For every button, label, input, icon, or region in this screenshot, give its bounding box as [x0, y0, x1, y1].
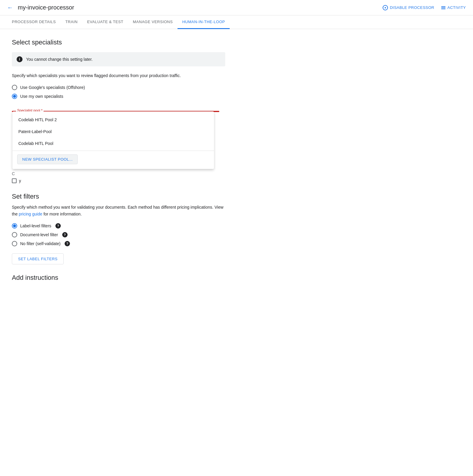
- header-actions: ● DISABLE PROCESSOR ACTIVITY: [383, 5, 466, 10]
- main-content: Select specialists i You cannot change t…: [0, 29, 237, 291]
- partial-checkbox: y: [12, 178, 225, 183]
- tab-human-in-the-loop[interactable]: HUMAN-IN-THE-LOOP: [178, 15, 230, 29]
- checkbox[interactable]: [12, 178, 17, 183]
- radio-google-specialists[interactable]: Use Google's specialists (Offshore): [12, 85, 225, 90]
- disable-processor-button[interactable]: ● DISABLE PROCESSOR: [383, 5, 434, 10]
- info-banner: i You cannot change this setting later.: [12, 52, 225, 66]
- select-specialists-title: Select specialists: [12, 39, 225, 46]
- set-label-filters-button[interactable]: SET LABEL FILTERS: [12, 253, 64, 264]
- pool-option-codelab-2[interactable]: Codelab HITL Pool 2: [12, 114, 214, 126]
- pricing-guide-link[interactable]: pricing guide: [19, 212, 42, 216]
- pool-option-codelab[interactable]: Codelab HITL Pool: [12, 138, 214, 149]
- new-specialist-pool-button[interactable]: NEW SPECIALIST POOL...: [17, 154, 78, 164]
- info-icon: i: [17, 56, 23, 62]
- tab-processor-details[interactable]: PROCESSOR DETAILS: [7, 15, 60, 29]
- set-filters-title: Set filters: [12, 193, 225, 200]
- partially-visible-content: C y: [12, 171, 225, 183]
- set-filters-description: Specify which method you want for valida…: [12, 204, 225, 217]
- activity-icon: [441, 6, 445, 9]
- filter-no-filter[interactable]: No filter (self-validate) ?: [12, 241, 225, 246]
- help-icon-no-filter[interactable]: ?: [65, 241, 70, 246]
- specialist-pool-section: Specialist pool * Codelab HITL Pool 2 Pa…: [12, 106, 225, 183]
- header: ← my-invoice-processor ● DISABLE PROCESS…: [0, 0, 473, 15]
- dropdown-divider: [12, 151, 214, 151]
- specialist-pool-box[interactable]: Specialist pool * Codelab HITL Pool 2 Pa…: [12, 111, 219, 112]
- activity-button[interactable]: ACTIVITY: [441, 5, 466, 10]
- pool-option-patent[interactable]: Patent-Label-Pool: [12, 126, 214, 138]
- specialist-pool-dropdown: Codelab HITL Pool 2 Patent-Label-Pool Co…: [12, 111, 214, 169]
- specialists-radio-group: Use Google's specialists (Offshore) Use …: [12, 85, 225, 99]
- tabs: PROCESSOR DETAILS TRAIN EVALUATE & TEST …: [0, 15, 473, 29]
- help-icon-label-level[interactable]: ?: [55, 223, 61, 229]
- filter-radio-label-level: [12, 223, 17, 229]
- disable-icon: ●: [383, 5, 388, 10]
- specialists-description: Specify which specialists you want to re…: [12, 72, 225, 79]
- help-icon-document-level[interactable]: ?: [62, 232, 68, 237]
- back-icon: ←: [7, 4, 13, 11]
- page-title: my-invoice-processor: [18, 4, 378, 11]
- back-button[interactable]: ←: [7, 4, 13, 11]
- partial-text: C: [12, 171, 225, 176]
- add-instructions-title: Add instructions: [12, 274, 225, 282]
- filter-radio-document-level: [12, 232, 17, 237]
- add-instructions-section: Add instructions: [12, 274, 225, 282]
- filter-radio-no-filter: [12, 241, 17, 246]
- set-filters-section: Set filters Specify which method you wan…: [12, 193, 225, 274]
- checkbox-label: y: [19, 178, 21, 183]
- radio-circle-google: [12, 85, 17, 90]
- tab-evaluate-test[interactable]: EVALUATE & TEST: [82, 15, 128, 29]
- radio-circle-own: [12, 94, 17, 99]
- filter-label-level[interactable]: Label-level filters ?: [12, 223, 225, 229]
- tab-manage-versions[interactable]: MANAGE VERSIONS: [128, 15, 178, 29]
- filter-document-level[interactable]: Document-level filter ?: [12, 232, 225, 237]
- tab-train[interactable]: TRAIN: [60, 15, 82, 29]
- info-banner-text: You cannot change this setting later.: [26, 57, 92, 62]
- filter-options: Label-level filters ? Document-level fil…: [12, 223, 225, 246]
- radio-own-specialists[interactable]: Use my own specialists: [12, 94, 225, 99]
